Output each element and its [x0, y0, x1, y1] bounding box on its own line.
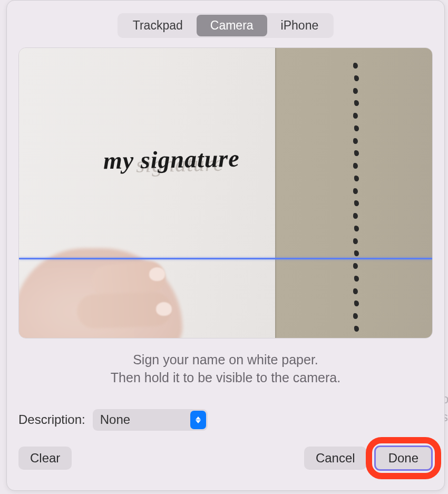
description-label: Description:: [18, 412, 85, 427]
fingernail: [149, 267, 165, 281]
handwritten-signature: my signature: [103, 144, 240, 175]
cancel-button[interactable]: Cancel: [304, 447, 367, 470]
description-select[interactable]: None: [93, 409, 208, 431]
done-button[interactable]: Done: [374, 445, 433, 471]
tab-trackpad[interactable]: Trackpad: [119, 15, 197, 36]
camera-preview-image: signature my signature: [19, 48, 432, 338]
spiral-binding: [350, 63, 361, 332]
done-button-highlight-wrap: Done: [374, 445, 433, 471]
signature-capture-dialog: Trackpad Camera iPhone signature my sign…: [6, 0, 445, 491]
dialog-button-row: Clear Cancel Done: [18, 445, 433, 471]
description-select-value: None: [100, 412, 130, 427]
tab-iphone[interactable]: iPhone: [267, 15, 333, 36]
instructions-line-1: Sign your name on white paper.: [18, 351, 433, 369]
scan-baseline: [19, 258, 432, 259]
clear-button[interactable]: Clear: [18, 447, 72, 470]
fingernail: [156, 302, 172, 316]
instructions-text: Sign your name on white paper. Then hold…: [18, 351, 433, 387]
tab-camera[interactable]: Camera: [197, 15, 267, 36]
description-row: Description: None: [18, 409, 433, 431]
updown-arrows-icon: [190, 411, 206, 429]
tab-group: Trackpad Camera iPhone: [118, 13, 334, 38]
paper-edge: [275, 48, 277, 338]
instructions-line-2: Then hold it to be visible to the camera…: [18, 369, 433, 387]
camera-preview: signature my signature: [18, 47, 433, 338]
capture-mode-tabs: Trackpad Camera iPhone: [18, 13, 433, 38]
